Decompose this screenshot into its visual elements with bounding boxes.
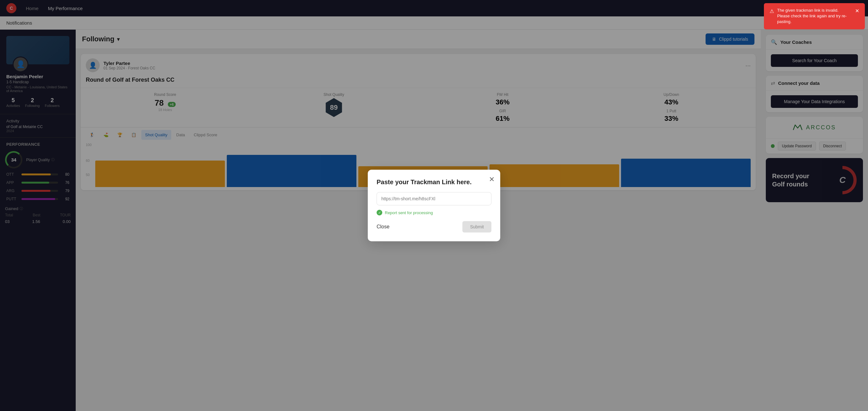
success-check-icon: ✓ xyxy=(377,210,382,215)
modal-close-button[interactable]: Close xyxy=(377,224,390,230)
warning-icon: ⚠ xyxy=(770,8,774,15)
success-text: Report sent for processing xyxy=(385,211,433,215)
error-close-icon[interactable]: ✕ xyxy=(855,7,859,14)
modal-footer: Close Submit xyxy=(377,221,491,232)
modal-title: Paste your Trackman Link here. xyxy=(377,179,491,186)
trackman-modal: Paste your Trackman Link here. ✕ ✓ Repor… xyxy=(368,170,500,241)
modal-close-icon[interactable]: ✕ xyxy=(489,176,495,184)
error-banner: ⚠ The given trackman link is invalid. Pl… xyxy=(764,3,865,29)
modal-success-message: ✓ Report sent for processing xyxy=(377,210,491,215)
error-message: The given trackman link is invalid. Plea… xyxy=(777,7,852,25)
modal-submit-button[interactable]: Submit xyxy=(462,221,491,232)
trackman-link-input[interactable] xyxy=(377,192,491,205)
modal-overlay: Paste your Trackman Link here. ✕ ✓ Repor… xyxy=(0,0,868,411)
